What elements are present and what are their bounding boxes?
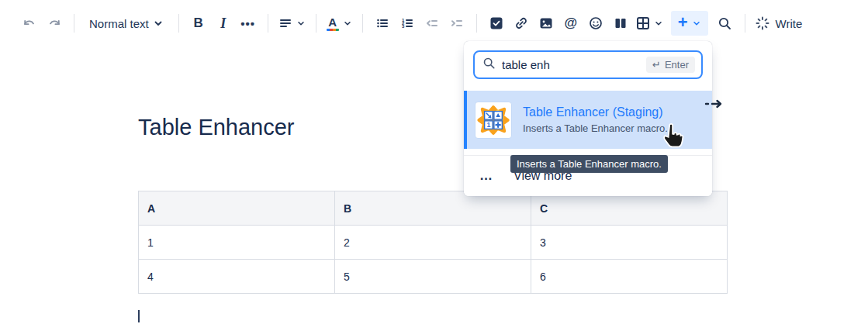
search-icon bbox=[718, 16, 732, 31]
align-left-icon bbox=[278, 16, 292, 30]
task-list-button[interactable] bbox=[484, 11, 509, 36]
chevron-down-icon bbox=[692, 19, 701, 28]
numbered-list-button[interactable]: 123 bbox=[395, 11, 420, 36]
text-style-dropdown[interactable]: Normal text bbox=[81, 11, 171, 36]
editor-toolbar: Normal text B I ••• A bbox=[17, 10, 805, 36]
redo-button[interactable] bbox=[42, 11, 67, 36]
search-icon bbox=[482, 57, 496, 73]
table-cell[interactable]: 3 bbox=[531, 226, 728, 260]
more-formatting-button[interactable]: ••• bbox=[236, 11, 261, 36]
link-icon bbox=[514, 16, 528, 30]
toolbar-divider bbox=[74, 14, 74, 33]
table-cell[interactable]: 2 bbox=[335, 226, 531, 260]
result-text: Table Enhancer (Staging) Inserts a Table… bbox=[523, 105, 668, 134]
mention-icon: @ bbox=[564, 16, 577, 31]
undo-icon bbox=[22, 16, 37, 31]
more-icon: ••• bbox=[240, 17, 255, 30]
ellipsis-icon: … bbox=[479, 168, 503, 184]
bold-button[interactable]: B bbox=[186, 11, 211, 36]
table-enhancer-macro-icon: 1 bbox=[475, 102, 512, 139]
mention-button[interactable]: @ bbox=[558, 11, 583, 36]
plus-icon: + bbox=[678, 14, 688, 31]
bullet-list-button[interactable] bbox=[370, 11, 395, 36]
table-row: 1 2 3 bbox=[139, 226, 728, 260]
text-caret bbox=[138, 310, 140, 322]
toolbar-divider bbox=[362, 14, 363, 33]
bullet-list-icon bbox=[375, 16, 389, 30]
undo-button[interactable] bbox=[17, 11, 42, 36]
content-table: A B C 1 2 3 4 5 6 bbox=[138, 191, 728, 294]
redo-icon bbox=[47, 16, 62, 31]
table-header-cell[interactable]: A bbox=[139, 191, 335, 226]
table-header-cell[interactable]: C bbox=[531, 191, 728, 226]
macro-search-input[interactable] bbox=[502, 58, 646, 71]
task-icon bbox=[489, 16, 503, 30]
image-button[interactable] bbox=[534, 11, 558, 36]
enter-key-badge: ↵ Enter bbox=[646, 57, 695, 73]
toolbar-divider bbox=[316, 14, 316, 33]
text-color-dropdown[interactable]: A bbox=[323, 11, 355, 36]
indent-button[interactable] bbox=[444, 11, 469, 36]
indent-icon bbox=[450, 16, 464, 30]
table-cell[interactable]: 4 bbox=[139, 260, 335, 294]
emoji-button[interactable] bbox=[583, 11, 608, 36]
table-cell[interactable]: 1 bbox=[139, 226, 335, 260]
ai-write-button[interactable]: Write bbox=[752, 11, 806, 36]
italic-button[interactable]: I bbox=[211, 11, 236, 36]
arrow-right-icon bbox=[704, 98, 724, 112]
ai-write-label: Write bbox=[776, 17, 803, 30]
result-description: Inserts a Table Enhancer macro. bbox=[523, 122, 668, 134]
table-cell[interactable]: 5 bbox=[335, 260, 531, 294]
table-icon bbox=[636, 16, 650, 30]
enter-key-label: Enter bbox=[665, 59, 689, 71]
ai-write-icon bbox=[756, 16, 769, 30]
svg-text:1: 1 bbox=[486, 121, 490, 129]
outdent-icon bbox=[425, 16, 439, 30]
link-button[interactable] bbox=[509, 11, 534, 36]
numbered-list-icon: 123 bbox=[400, 16, 414, 30]
insert-menu-panel: ↵ Enter 1 bbox=[464, 41, 712, 196]
find-replace-button[interactable] bbox=[713, 11, 738, 36]
table-dropdown[interactable] bbox=[633, 11, 666, 36]
page-title: Table Enhancer bbox=[138, 115, 295, 140]
chevron-down-icon bbox=[296, 19, 306, 28]
insert-dropdown[interactable]: + bbox=[671, 11, 708, 36]
emoji-icon bbox=[589, 16, 603, 30]
italic-icon: I bbox=[220, 16, 226, 32]
toolbar-divider bbox=[476, 14, 477, 33]
alignment-dropdown[interactable] bbox=[275, 11, 309, 36]
outdent-button[interactable] bbox=[420, 11, 444, 36]
macro-tooltip: Inserts a Table Enhancer macro. bbox=[510, 155, 668, 173]
text-style-label: Normal text bbox=[89, 17, 149, 30]
macro-search-box[interactable]: ↵ Enter bbox=[473, 50, 703, 79]
editor-page: Normal text B I ••• A bbox=[0, 0, 868, 324]
svg-text:3: 3 bbox=[402, 24, 405, 29]
toolbar-divider bbox=[745, 14, 745, 33]
layout-icon bbox=[614, 16, 628, 30]
table-row: 4 5 6 bbox=[139, 260, 728, 294]
table-header-row: A B C bbox=[139, 191, 728, 226]
text-color-icon: A bbox=[327, 16, 339, 31]
chevron-down-icon bbox=[153, 18, 164, 29]
macro-result-table-enhancer[interactable]: 1 Table Enhancer (Staging) Inserts a Tab… bbox=[464, 91, 712, 149]
toolbar-divider bbox=[178, 14, 179, 33]
image-icon bbox=[539, 16, 553, 30]
result-title: Table Enhancer (Staging) bbox=[523, 105, 668, 119]
table-header-cell[interactable]: B bbox=[335, 191, 531, 226]
toolbar-divider bbox=[268, 14, 268, 33]
layout-button[interactable] bbox=[608, 11, 633, 36]
chevron-down-icon bbox=[343, 19, 352, 28]
bold-icon: B bbox=[194, 16, 203, 31]
return-key-icon: ↵ bbox=[652, 59, 661, 71]
chevron-down-icon bbox=[654, 19, 663, 28]
table-cell[interactable]: 6 bbox=[531, 260, 728, 294]
